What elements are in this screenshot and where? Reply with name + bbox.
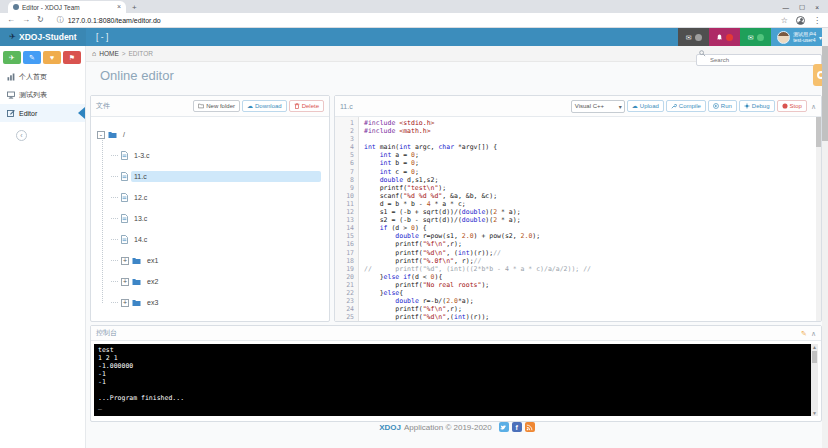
- tree-row[interactable]: +ex2: [97, 271, 325, 292]
- tab-close-icon[interactable]: ×: [117, 4, 121, 10]
- stop-button[interactable]: Stop: [777, 100, 807, 112]
- tree-item-label[interactable]: 13.c: [131, 213, 150, 224]
- browser-profile-icon[interactable]: [796, 16, 805, 25]
- bookmark-star-icon[interactable]: ☆: [781, 16, 788, 25]
- code-line[interactable]: if (d > 0) {: [364, 224, 821, 232]
- debug-button[interactable]: Debug: [739, 100, 775, 112]
- new-folder-button[interactable]: New folder: [193, 100, 240, 112]
- compile-button[interactable]: Compile: [666, 100, 706, 112]
- brand[interactable]: ✈ XDOJ-Student: [0, 28, 86, 46]
- reload-icon[interactable]: ↻: [37, 16, 44, 24]
- code-line[interactable]: scanf("%d %d %d", &a, &b, &c);: [364, 192, 821, 200]
- code-line[interactable]: }else if(d < 0){: [364, 273, 821, 281]
- favorite-button[interactable]: ♥: [43, 51, 61, 64]
- terminal-scrollbar[interactable]: ▲ ▼: [811, 344, 818, 416]
- upload-button[interactable]: ☁ Upload: [627, 100, 664, 112]
- window-close-button[interactable]: ×: [815, 4, 819, 11]
- browser-tab[interactable]: Editor - XDOJ Team ×: [8, 1, 126, 13]
- twitter-icon[interactable]: [499, 422, 509, 432]
- new-tab-button[interactable]: +: [132, 3, 137, 13]
- code-line[interactable]: s1 = (-b + sqrt(d))/(double)(2 * a);: [364, 208, 821, 216]
- terminal-scrollbar-thumb[interactable]: [812, 351, 817, 363]
- pencil-icon[interactable]: ✎: [801, 330, 807, 337]
- code-line[interactable]: int a = 0;: [364, 151, 821, 159]
- send-button[interactable]: ✈: [3, 51, 21, 64]
- sidebar-item-home[interactable]: 个人首页: [0, 68, 85, 86]
- browser-menu-icon[interactable]: ⋮: [813, 16, 821, 25]
- flag-button[interactable]: ⚑: [63, 51, 81, 64]
- editor-collapse-icon[interactable]: ∧: [811, 103, 816, 110]
- code-line[interactable]: printf("%d\n", (int)(r));//: [364, 249, 821, 257]
- tree-item-label[interactable]: ex3: [144, 297, 161, 308]
- code-line[interactable]: printf("%.0f\n", r);//: [364, 257, 821, 265]
- address-bar[interactable]: ⓘ 127.0.0.1:8080/team/editor.do: [51, 14, 774, 26]
- code-line[interactable]: int b = 0;: [364, 159, 821, 167]
- scroll-up-icon[interactable]: ▲: [812, 344, 817, 350]
- tree-item-label[interactable]: 14.c: [131, 234, 150, 245]
- code-line[interactable]: printf("No real roots");: [364, 281, 821, 289]
- code-line[interactable]: double r=pow(s1, 2.0) + pow(s2, 2.0);: [364, 232, 821, 240]
- back-icon[interactable]: ←: [7, 16, 15, 24]
- expand-box-icon[interactable]: +: [121, 278, 129, 286]
- code-line[interactable]: double r=-b/(2.0*a);: [364, 297, 821, 305]
- code-line[interactable]: int c = 0;: [364, 168, 821, 176]
- editor-scrollbar-thumb[interactable]: [816, 117, 821, 147]
- messages-menu[interactable]: ✉: [678, 28, 709, 46]
- collapse-box-icon[interactable]: -: [97, 131, 105, 139]
- tree-root-row[interactable]: -/: [97, 124, 325, 145]
- editor-scrollbar[interactable]: [816, 117, 821, 321]
- console-collapse-icon[interactable]: ∧: [811, 330, 816, 337]
- tree-item-label[interactable]: 11.c: [131, 171, 321, 182]
- tree-row[interactable]: 14.c: [97, 229, 325, 250]
- code-line[interactable]: d = b * b - 4 * a * c;: [364, 200, 821, 208]
- tree-row[interactable]: 13.c: [97, 208, 325, 229]
- tree-item-label[interactable]: ex2: [144, 276, 161, 287]
- window-minimize-button[interactable]: —: [783, 4, 790, 11]
- expand-box-icon[interactable]: +: [121, 257, 129, 265]
- language-select[interactable]: Visual C++ ▾: [571, 100, 625, 113]
- code-editor[interactable]: 1234567891011121314151617181920212223242…: [335, 117, 821, 321]
- tree-row[interactable]: 12.c: [97, 187, 325, 208]
- code-line[interactable]: printf("test\n");: [364, 184, 821, 192]
- sidebar-item-tests[interactable]: 测试列表: [0, 86, 85, 104]
- page-scrollbar-thumb[interactable]: [822, 46, 828, 141]
- code-line[interactable]: // printf("%d", (int)((2*b*b - 4 * a * c…: [364, 265, 821, 273]
- tree-item-label[interactable]: 12.c: [131, 192, 150, 203]
- sidebar-collapse-button[interactable]: ‹: [16, 130, 27, 141]
- code-line[interactable]: }else{: [364, 289, 821, 297]
- code-line[interactable]: int main(int argc, char *argv[]) {: [364, 143, 821, 151]
- search-input[interactable]: [696, 54, 822, 66]
- code-line[interactable]: s2 = (-b - sqrt(d))/(double)(2 * a);: [364, 216, 821, 224]
- code-line[interactable]: printf("%f\n",r);: [364, 240, 821, 248]
- page-scrollbar[interactable]: [822, 28, 828, 448]
- code-line[interactable]: #include <stdio.h>: [364, 119, 821, 127]
- notifications-menu[interactable]: [709, 28, 740, 46]
- facebook-icon[interactable]: f: [512, 422, 522, 432]
- scroll-down-icon[interactable]: ▼: [812, 410, 817, 416]
- expand-box-icon[interactable]: +: [121, 299, 129, 307]
- terminal[interactable]: test1 2 1-1.000000-1-1 ...Program finish…: [94, 344, 818, 416]
- code-line[interactable]: #include <math.h>: [364, 127, 821, 135]
- tree-item-label[interactable]: 1-3.c: [131, 150, 153, 161]
- code-line[interactable]: [364, 135, 821, 143]
- rss-icon[interactable]: [525, 422, 535, 432]
- code-line[interactable]: printf("%f\n",r);: [364, 305, 821, 313]
- edit-button[interactable]: ✎: [23, 51, 41, 64]
- sidebar-item-editor[interactable]: Editor: [0, 104, 85, 122]
- user-menu[interactable]: 测试用户4 test-user4 ▾: [771, 28, 828, 46]
- tree-item-label[interactable]: ex1: [144, 255, 161, 266]
- breadcrumb-home[interactable]: HOME: [99, 50, 119, 57]
- tree-row[interactable]: +ex3: [97, 292, 325, 313]
- window-maximize-button[interactable]: ▢: [799, 3, 805, 11]
- tree-item-label[interactable]: /: [120, 129, 128, 140]
- tree-row[interactable]: +ex1: [97, 250, 325, 271]
- forward-icon[interactable]: →: [22, 16, 30, 24]
- download-button[interactable]: ☁ Download: [242, 100, 287, 112]
- delete-button[interactable]: Delete: [289, 100, 324, 112]
- code-line[interactable]: printf("%d\n",(int)(r));: [364, 313, 821, 321]
- tree-row[interactable]: 1-3.c: [97, 145, 325, 166]
- code-line[interactable]: double d,s1,s2;: [364, 176, 821, 184]
- site-info-icon[interactable]: ⓘ: [57, 15, 64, 25]
- mail-menu[interactable]: ✉: [740, 28, 771, 46]
- tree-row[interactable]: 11.c: [97, 166, 325, 187]
